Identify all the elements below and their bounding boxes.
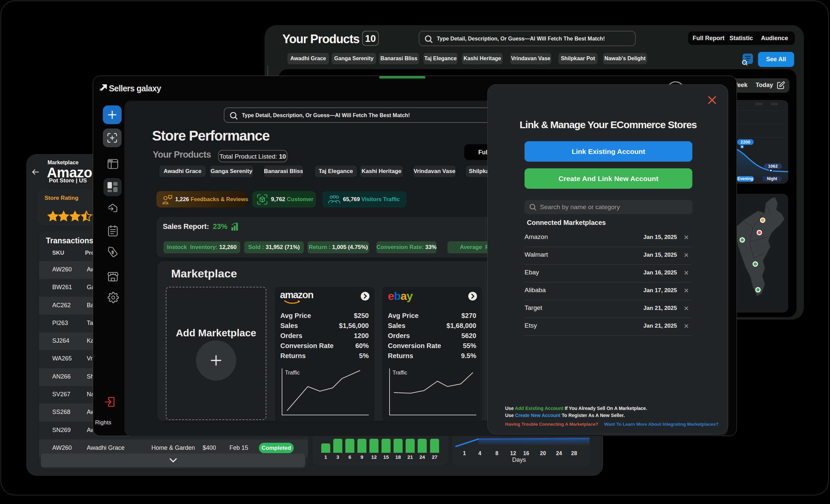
svg-text:$: $ [111, 250, 114, 255]
